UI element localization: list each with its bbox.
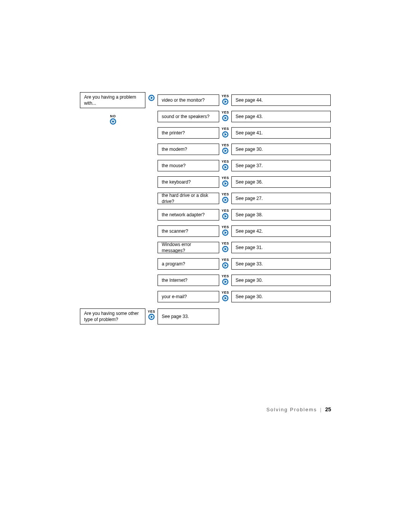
yes-label: YES [221, 291, 230, 294]
footer-page-number: 25 [325, 406, 331, 412]
problem-question-text: the Internet? [162, 277, 187, 283]
problem-question-box: the scanner? [158, 225, 219, 237]
answer-text: See page 37. [236, 163, 263, 169]
arrow-right-icon [221, 164, 230, 171]
problem-question-text: Windows error messages? [162, 241, 215, 254]
no-indicator: NO [107, 114, 119, 125]
problem-question-box: your e-mail? [158, 291, 219, 302]
problem-question-box: the printer? [158, 127, 219, 139]
arrow-right-icon [221, 180, 230, 187]
answer-box: See page 41. [231, 127, 331, 139]
problem-question-text: the modem? [162, 146, 187, 152]
yes-indicator: YES [221, 225, 230, 236]
answer-text: See page 44. [236, 97, 263, 103]
arrow-right-icon [148, 94, 155, 101]
yes-indicator: YES [221, 274, 230, 285]
answer-box: See page 30. [231, 275, 331, 286]
problem-question-text: the network adapter? [162, 212, 205, 218]
yes-indicator: YES [221, 143, 230, 154]
start-question-box: Are you having a problem with... [80, 92, 145, 108]
problem-question-box: video or the monitor? [158, 94, 219, 106]
yes-label: YES [221, 209, 230, 212]
arrow-right-icon [221, 131, 230, 138]
yes-label: YES [221, 241, 230, 245]
problem-question-box: the hard drive or a disk drive? [158, 193, 219, 204]
other-question-box: Are you having some other type of proble… [80, 308, 145, 324]
yes-label: YES [221, 225, 230, 229]
no-label: NO [107, 114, 119, 118]
yes-label: YES [147, 310, 156, 313]
start-arrow [148, 94, 155, 101]
arrow-right-icon [221, 278, 230, 285]
problem-question-box: the Internet? [158, 275, 219, 286]
other-question-text: Are you having some other type of proble… [84, 310, 141, 323]
arrow-right-icon [221, 229, 230, 236]
start-question-text: Are you having a problem with... [84, 94, 141, 106]
yes-label: YES [221, 94, 230, 98]
problem-question-text: video or the monitor? [162, 97, 205, 103]
answer-text: See page 42. [236, 228, 263, 234]
arrow-right-icon [221, 213, 230, 220]
footer-separator: | [320, 407, 322, 412]
yes-label: YES [221, 127, 230, 131]
other-answer-text: See page 33. [162, 313, 189, 320]
arrow-right-icon [221, 147, 230, 154]
yes-label: YES [221, 176, 230, 180]
answer-box: See page 30. [231, 144, 331, 155]
yes-indicator: YES [221, 127, 230, 138]
yes-label: YES [221, 192, 230, 196]
arrow-right-icon [221, 98, 230, 105]
yes-indicator: YES [221, 241, 230, 252]
yes-indicator: YES [221, 94, 230, 105]
answer-text: See page 30. [236, 294, 263, 300]
answer-text: See page 27. [236, 195, 263, 201]
yes-label: YES [221, 160, 230, 163]
yes-indicator: YES [221, 291, 230, 302]
problem-question-text: your e-mail? [162, 294, 187, 300]
arrow-right-icon [221, 246, 230, 252]
yes-indicator: YES [147, 310, 156, 320]
yes-label: YES [221, 274, 230, 278]
problem-question-text: the hard drive or a disk drive? [162, 192, 215, 204]
problem-question-box: the modem? [158, 144, 219, 155]
arrow-right-icon [147, 313, 156, 320]
answer-box: See page 43. [231, 111, 331, 122]
answer-text: See page 36. [236, 179, 263, 185]
problem-question-text: the printer? [162, 130, 185, 136]
problem-question-box: the mouse? [158, 160, 219, 171]
problem-question-box: a program? [158, 258, 219, 270]
problem-question-text: the keyboard? [162, 179, 191, 185]
yes-indicator: YES [221, 110, 230, 121]
yes-label: YES [221, 143, 230, 147]
other-answer-box: See page 33. [158, 308, 219, 324]
answer-text: See page 30. [236, 277, 263, 283]
footer-section: Solving Problems [266, 407, 317, 412]
arrow-right-icon [221, 197, 230, 203]
arrow-right-icon [221, 295, 230, 302]
yes-indicator: YES [221, 176, 230, 187]
yes-indicator: YES [221, 258, 230, 269]
arrow-down-icon [107, 118, 119, 125]
answer-box: See page 42. [231, 225, 331, 237]
answer-text: See page 41. [236, 130, 263, 136]
arrow-right-icon [221, 262, 230, 269]
answer-text: See page 43. [236, 113, 263, 120]
problem-question-box: the keyboard? [158, 176, 219, 188]
answer-box: See page 37. [231, 160, 331, 171]
answer-text: See page 30. [236, 146, 263, 152]
problem-question-box: Windows error messages? [158, 242, 219, 253]
answer-box: See page 31. [231, 242, 331, 253]
answer-box: See page 38. [231, 209, 331, 220]
yes-indicator: YES [221, 160, 230, 171]
problem-question-text: sound or the speakers? [162, 113, 209, 120]
page-footer: Solving Problems|25 [266, 406, 331, 412]
answer-text: See page 31. [236, 244, 263, 251]
answer-box: See page 30. [231, 291, 331, 302]
answer-box: See page 33. [231, 258, 331, 270]
answer-text: See page 33. [236, 261, 263, 267]
answer-text: See page 38. [236, 212, 263, 218]
problem-question-box: sound or the speakers? [158, 111, 219, 122]
problem-question-text: the scanner? [162, 228, 188, 234]
answer-box: See page 44. [231, 94, 331, 106]
answer-box: See page 36. [231, 176, 331, 188]
